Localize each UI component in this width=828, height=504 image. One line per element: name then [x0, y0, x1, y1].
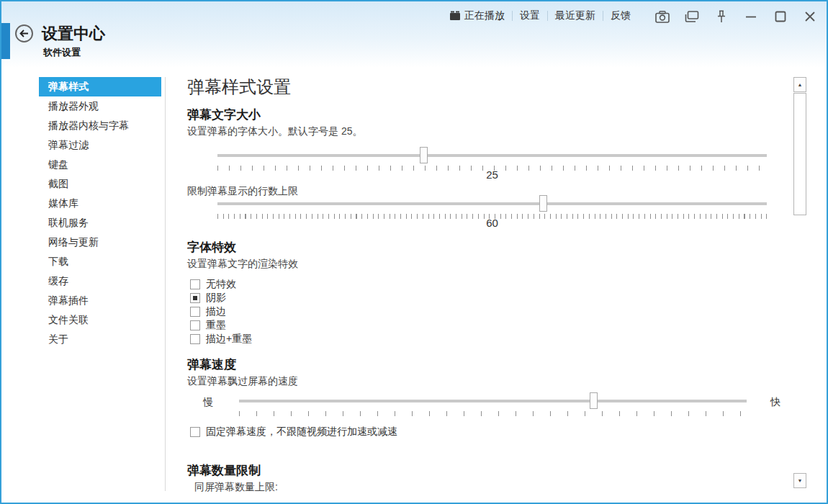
effect-option-shadow[interactable]: 阴影: [190, 292, 226, 304]
sidebar-item-danmaku-style[interactable]: 弹幕样式: [39, 77, 161, 96]
window-controls: [641, 9, 818, 24]
menu-now-playing[interactable]: 正在播放: [442, 9, 512, 22]
window-subtitle: 软件设置: [43, 46, 81, 59]
menu-now-playing-label: 正在播放: [464, 9, 505, 22]
content-scrollbar[interactable]: ▲ ▼: [793, 77, 806, 489]
row-limit-slider-thumb[interactable]: [539, 195, 547, 212]
sidebar-item-player-core-subtitles[interactable]: 播放器内核与字幕: [39, 116, 161, 135]
scrollbar-down-arrow[interactable]: ▼: [793, 473, 806, 488]
speed-slider-track[interactable]: [239, 400, 747, 402]
font-size-slider-thumb[interactable]: [420, 147, 428, 163]
screen-count-limit-label: 同屏弹幕数量上限:: [194, 481, 278, 494]
speed-slow-label: 慢: [203, 396, 213, 409]
now-playing-icon: [449, 11, 461, 21]
sidebar-item-cache[interactable]: 缓存: [39, 271, 161, 291]
font-size-slider[interactable]: [217, 147, 767, 166]
effect-shadow-checkbox[interactable]: [190, 293, 200, 303]
cascade-windows-icon[interactable]: [684, 9, 700, 24]
menu-settings[interactable]: 设置: [513, 9, 547, 22]
effect-option-none[interactable]: 无特效: [190, 279, 236, 290]
section-speed-heading: 弹幕速度: [187, 356, 236, 373]
close-icon[interactable]: [802, 9, 818, 24]
sidebar-item-danmaku-plugin[interactable]: 弹幕插件: [39, 291, 161, 310]
speed-slider[interactable]: [239, 392, 747, 411]
effect-none-checkbox[interactable]: [190, 279, 200, 289]
sidebar-divider: [165, 77, 166, 491]
section-font-size-desc: 设置弹幕的字体大小。默认字号是 25。: [187, 125, 362, 138]
pin-icon[interactable]: [714, 9, 729, 24]
speed-slider-thumb[interactable]: [590, 392, 598, 409]
menu-feedback[interactable]: 反馈: [603, 9, 638, 22]
sidebar-item-media-library[interactable]: 媒体库: [39, 194, 161, 213]
back-button[interactable]: [15, 24, 33, 42]
speed-slider-ticks: [239, 411, 747, 416]
font-size-slider-track[interactable]: [217, 154, 767, 157]
minimize-icon[interactable]: [743, 9, 759, 24]
sidebar-item-about[interactable]: 关于: [39, 330, 161, 349]
effect-bold-checkbox[interactable]: [190, 320, 200, 330]
sidebar-item-screenshot[interactable]: 截图: [39, 174, 161, 194]
menu-recent-updates[interactable]: 最近更新: [548, 9, 603, 22]
section-font-size-heading: 弹幕文字大小: [187, 107, 261, 123]
sidebar-item-network-update[interactable]: 网络与更新: [39, 233, 161, 252]
font-size-value: 25: [217, 168, 767, 181]
row-limit-value: 60: [217, 217, 767, 229]
sidebar-item-player-appearance[interactable]: 播放器外观: [39, 96, 161, 116]
speed-fast-label: 快: [770, 396, 780, 409]
content-title: 弹幕样式设置: [187, 76, 291, 99]
row-limit-slider[interactable]: [217, 195, 767, 214]
effect-option-stroke-bold[interactable]: 描边+重墨: [190, 333, 252, 345]
section-font-effects-heading: 字体特效: [187, 239, 236, 256]
sidebar-item-online-service[interactable]: 联机服务: [39, 213, 161, 233]
settings-window: 正在播放 设置 最近更新 反馈 设置中心 软件设置: [0, 0, 828, 504]
effect-option-stroke[interactable]: 描边: [190, 306, 226, 318]
fixed-speed-checkbox[interactable]: [190, 427, 200, 437]
effect-option-bold[interactable]: 重墨: [190, 320, 226, 331]
camera-icon[interactable]: [654, 9, 670, 24]
row-limit-slider-track[interactable]: [217, 202, 767, 205]
fixed-speed-option[interactable]: 固定弹幕速度，不跟随视频进行加速或减速: [190, 426, 397, 438]
sidebar-item-keyboard[interactable]: 键盘: [39, 155, 161, 174]
section-speed-desc: 设置弹幕飘过屏幕的速度: [187, 375, 298, 388]
section-count-limit-heading: 弹幕数量限制: [187, 462, 261, 479]
header-accent-block: [1, 23, 10, 59]
scrollbar-thumb[interactable]: [793, 93, 806, 215]
effect-stroke-bold-checkbox[interactable]: [190, 334, 200, 344]
top-menu: 正在播放 设置 最近更新 反馈: [442, 7, 638, 24]
window-title: 设置中心: [42, 23, 105, 45]
sidebar-item-file-association[interactable]: 文件关联: [39, 310, 161, 330]
effect-stroke-checkbox[interactable]: [190, 307, 200, 317]
scrollbar-up-arrow[interactable]: ▲: [793, 77, 806, 92]
sidebar-item-danmaku-filter[interactable]: 弹幕过滤: [39, 135, 161, 155]
section-font-effects-desc: 设置弹幕文字的渲染特效: [187, 258, 298, 271]
maximize-icon[interactable]: [773, 9, 788, 24]
sidebar-item-download[interactable]: 下载: [39, 252, 161, 271]
settings-sidebar: 弹幕样式 播放器外观 播放器内核与字幕 弹幕过滤 键盘 截图 媒体库 联机服务 …: [39, 77, 161, 349]
